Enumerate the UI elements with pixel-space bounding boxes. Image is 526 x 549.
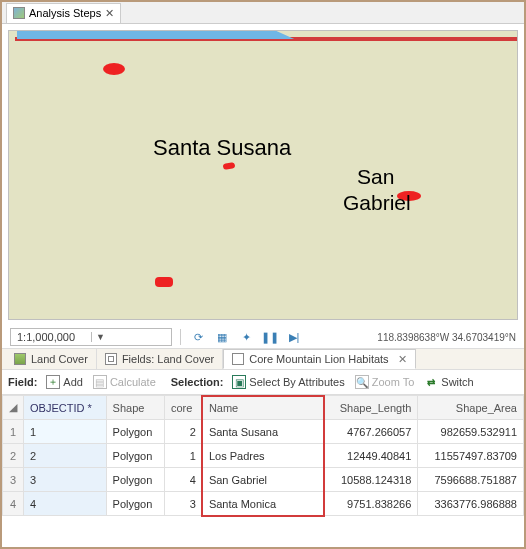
- zoom-to-button[interactable]: 🔍 Zoom To: [352, 374, 418, 390]
- table-row[interactable]: 44Polygon3Santa Monica9751.8382663363776…: [3, 492, 524, 516]
- refresh-icon[interactable]: ⟳: [189, 328, 207, 346]
- map-label: Santa Susana: [153, 135, 291, 161]
- cell-core[interactable]: 3: [164, 492, 202, 516]
- field-label: Field:: [8, 376, 37, 388]
- table-row[interactable]: 11Polygon2Santa Susana4767.266057982659.…: [3, 420, 524, 444]
- tab-label: Fields: Land Cover: [122, 353, 214, 365]
- chevron-down-icon[interactable]: ▼: [91, 332, 171, 342]
- col-core[interactable]: core: [164, 396, 202, 420]
- map-icon: [13, 7, 25, 19]
- view-tabs: Land Cover Fields: Land Cover Core Mount…: [2, 348, 524, 370]
- col-objectid[interactable]: OBJECTID *: [24, 396, 107, 420]
- cell-shape-length[interactable]: 4767.266057: [324, 420, 417, 444]
- table-row[interactable]: 22Polygon1Los Padres12449.4084111557497.…: [3, 444, 524, 468]
- cell-name[interactable]: Santa Monica: [202, 492, 324, 516]
- cell-shape-length[interactable]: 9751.838266: [324, 492, 417, 516]
- cell-shape-length[interactable]: 10588.124318: [324, 468, 417, 492]
- feature-marker: [223, 162, 236, 170]
- col-shape-area[interactable]: Shape_Area: [418, 396, 524, 420]
- cell-shape-area[interactable]: 7596688.751887: [418, 468, 524, 492]
- button-label: Select By Attributes: [249, 376, 344, 388]
- scale-value: 1:1,000,000: [11, 331, 91, 343]
- cell-core[interactable]: 2: [164, 420, 202, 444]
- switch-selection-button[interactable]: ⇄ Switch: [421, 374, 476, 390]
- cell-core[interactable]: 1: [164, 444, 202, 468]
- table-actions: Field: ＋ Add ▤ Calculate Selection: ▣ Se…: [2, 370, 524, 394]
- cell-shape[interactable]: Polygon: [106, 444, 164, 468]
- window-tab-analysis-steps[interactable]: Analysis Steps ✕: [6, 3, 121, 23]
- cell-shape-area[interactable]: 11557497.83709: [418, 444, 524, 468]
- cell-shape-area[interactable]: 982659.532911: [418, 420, 524, 444]
- tab-fields-land-cover[interactable]: Fields: Land Cover: [97, 349, 223, 369]
- snapping-icon[interactable]: ✦: [237, 328, 255, 346]
- map-extent-outline: Santa Susana San Gabriel: [15, 37, 518, 41]
- cell-shape-area[interactable]: 3363776.986888: [418, 492, 524, 516]
- window-tab-bar: Analysis Steps ✕: [2, 2, 524, 24]
- table-icon: [232, 353, 244, 365]
- selection-label: Selection:: [171, 376, 224, 388]
- cell-objectid[interactable]: 3: [24, 468, 107, 492]
- map-viewport[interactable]: Santa Susana San Gabriel: [8, 30, 518, 320]
- feature-marker: [155, 277, 173, 287]
- sql-icon: ▣: [232, 375, 246, 389]
- switch-icon: ⇄: [424, 375, 438, 389]
- zoom-icon: 🔍: [355, 375, 369, 389]
- feature-marker: [103, 63, 125, 75]
- divider: [180, 329, 181, 345]
- cell-name[interactable]: Santa Susana: [202, 420, 324, 444]
- table-row[interactable]: 33Polygon4San Gabriel10588.1243187596688…: [3, 468, 524, 492]
- grid-icon[interactable]: ▦: [213, 328, 231, 346]
- map-label: San: [357, 165, 394, 189]
- scale-selector[interactable]: 1:1,000,000 ▼: [10, 328, 172, 346]
- map-label: Gabriel: [343, 191, 411, 215]
- row-number[interactable]: 2: [3, 444, 24, 468]
- add-field-button[interactable]: ＋ Add: [43, 374, 86, 390]
- skip-icon[interactable]: ▶|: [285, 328, 303, 346]
- cell-core[interactable]: 4: [164, 468, 202, 492]
- table-header-row: ◢ OBJECTID * Shape core Name Shape_Lengt…: [3, 396, 524, 420]
- row-number[interactable]: 1: [3, 420, 24, 444]
- tab-label: Core Mountain Lion Habitats: [249, 353, 388, 365]
- row-number[interactable]: 3: [3, 468, 24, 492]
- button-label: Calculate: [110, 376, 156, 388]
- button-label: Zoom To: [372, 376, 415, 388]
- close-icon[interactable]: ✕: [398, 353, 407, 366]
- button-label: Add: [63, 376, 83, 388]
- cell-shape[interactable]: Polygon: [106, 468, 164, 492]
- col-name[interactable]: Name: [202, 396, 324, 420]
- cell-objectid[interactable]: 1: [24, 420, 107, 444]
- tab-label: Land Cover: [31, 353, 88, 365]
- col-shape[interactable]: Shape: [106, 396, 164, 420]
- tab-core-habitats[interactable]: Core Mountain Lion Habitats ✕: [223, 349, 415, 369]
- row-selector-header[interactable]: ◢: [3, 396, 24, 420]
- close-icon[interactable]: ✕: [105, 7, 114, 20]
- add-icon: ＋: [46, 375, 60, 389]
- ocean-shape: [17, 30, 294, 39]
- tab-land-cover[interactable]: Land Cover: [6, 349, 97, 369]
- cell-objectid[interactable]: 2: [24, 444, 107, 468]
- window-title: Analysis Steps: [29, 7, 101, 19]
- button-label: Switch: [441, 376, 473, 388]
- row-number[interactable]: 4: [3, 492, 24, 516]
- cell-name[interactable]: San Gabriel: [202, 468, 324, 492]
- attribute-table[interactable]: ◢ OBJECTID * Shape core Name Shape_Lengt…: [2, 394, 524, 516]
- select-by-attributes-button[interactable]: ▣ Select By Attributes: [229, 374, 347, 390]
- cell-shape-length[interactable]: 12449.40841: [324, 444, 417, 468]
- fields-icon: [105, 353, 117, 365]
- calculate-button[interactable]: ▤ Calculate: [90, 374, 159, 390]
- cell-name[interactable]: Los Padres: [202, 444, 324, 468]
- map-toolbar: 1:1,000,000 ▼ ⟳ ▦ ✦ ❚❚ ▶| 118.8398638°W …: [2, 326, 524, 348]
- col-shape-length[interactable]: Shape_Length: [324, 396, 417, 420]
- cell-shape[interactable]: Polygon: [106, 420, 164, 444]
- coordinates-readout: 118.8398638°W 34.6703419°N: [377, 332, 516, 343]
- cell-objectid[interactable]: 4: [24, 492, 107, 516]
- land-cover-icon: [14, 353, 26, 365]
- pause-icon[interactable]: ❚❚: [261, 328, 279, 346]
- cell-shape[interactable]: Polygon: [106, 492, 164, 516]
- calculate-icon: ▤: [93, 375, 107, 389]
